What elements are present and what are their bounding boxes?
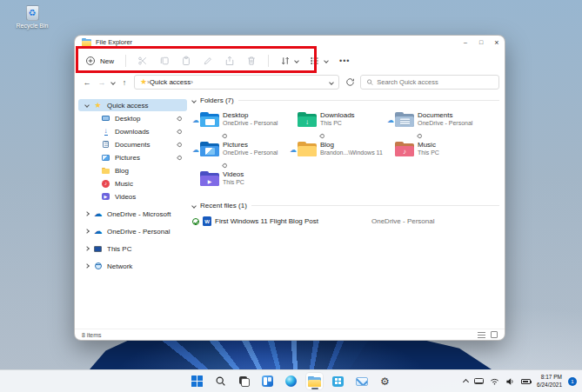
recycle-bin-icon xyxy=(26,5,39,21)
folder-tile-downloads[interactable]: DownloadsThis PC xyxy=(290,110,387,136)
search-icon xyxy=(366,78,373,86)
recent-file-row[interactable]: W First Windows 11 Flight Blog Post OneD… xyxy=(192,216,499,226)
task-view-button[interactable] xyxy=(236,373,252,389)
chevron-down-icon[interactable] xyxy=(191,203,197,209)
paste-button[interactable] xyxy=(181,56,191,66)
network-icon xyxy=(95,262,102,269)
sidebar-item-this-pc[interactable]: This PC xyxy=(78,243,187,255)
section-header-recent-files[interactable]: Recent files (1) xyxy=(192,202,499,209)
chevron-right-icon[interactable] xyxy=(84,246,90,251)
start-button[interactable] xyxy=(189,373,205,389)
forward-button[interactable]: → xyxy=(97,78,107,87)
onedrive-status-cloud-icon: ☁ xyxy=(192,117,200,124)
chevron-right-icon[interactable] xyxy=(84,211,90,216)
sync-status-icon xyxy=(192,218,199,225)
clock[interactable]: 8:17 PM 6/24/2021 xyxy=(537,374,562,389)
file-explorer-button[interactable] xyxy=(306,373,323,389)
address-dropdown-chevron[interactable] xyxy=(329,80,334,85)
microsoft-store-button[interactable] xyxy=(330,373,346,389)
sidebar-item-pictures[interactable]: Pictures xyxy=(78,151,187,163)
touch-keyboard-icon[interactable] xyxy=(474,378,484,384)
divider xyxy=(238,100,499,101)
folder-tile-videos[interactable]: VideosThis PC xyxy=(192,169,290,195)
wifi-icon[interactable] xyxy=(490,377,499,386)
this-pc-icon xyxy=(94,246,102,252)
cut-button[interactable] xyxy=(137,56,148,66)
recycle-bin[interactable]: Recycle Bin xyxy=(10,5,54,29)
details-view-toggle[interactable] xyxy=(478,332,485,338)
large-icons-view-toggle[interactable] xyxy=(491,331,498,338)
breadcrumb[interactable]: ★ › Quick access › xyxy=(134,75,339,90)
folder-icon xyxy=(200,142,219,156)
chevron-right-icon[interactable] xyxy=(84,229,90,234)
see-more-button[interactable]: ••• xyxy=(339,56,350,65)
sidebar-item-music[interactable]: ♪Music xyxy=(78,177,187,189)
recent-locations-chevron[interactable] xyxy=(110,80,116,85)
onedrive-status-cloud-icon: ☁ xyxy=(387,117,395,124)
title-bar[interactable]: File Explorer – □ × xyxy=(75,36,505,49)
search-box[interactable] xyxy=(360,75,499,90)
section-header-folders[interactable]: Folders (7) xyxy=(192,96,499,104)
scissors-icon xyxy=(137,56,148,66)
new-button-label: New xyxy=(100,57,114,65)
sidebar-item-onedrive-personal[interactable]: ☁OneDrive - Personal xyxy=(78,225,187,237)
window-title: File Explorer xyxy=(96,38,132,46)
chevron-down-icon[interactable] xyxy=(84,103,90,108)
battery-icon[interactable] xyxy=(521,379,531,384)
hidden-icons-chevron[interactable] xyxy=(463,379,469,385)
pin-icon xyxy=(319,133,325,139)
folder-tile-blog[interactable]: ☁ BlogBrandon...\Windows 11 xyxy=(290,139,387,165)
edge-button[interactable] xyxy=(283,373,299,389)
copy-button[interactable] xyxy=(159,56,170,66)
sidebar-item-blog[interactable]: Blog xyxy=(78,164,187,176)
list-view-icon xyxy=(310,56,320,66)
delete-button[interactable] xyxy=(246,56,257,66)
sidebar-item-videos[interactable]: ▶Videos xyxy=(78,190,187,203)
taskbar-search-button[interactable] xyxy=(212,373,229,389)
settings-button[interactable]: ⚙ xyxy=(377,373,393,389)
maximize-button[interactable]: □ xyxy=(473,36,489,49)
breadcrumb-item[interactable]: Quick access xyxy=(150,78,191,86)
rename-button[interactable] xyxy=(203,56,213,66)
volume-icon[interactable] xyxy=(505,377,515,386)
close-button[interactable]: × xyxy=(489,36,505,49)
folder-tile-pictures[interactable]: ☁ PicturesOneDrive - Personal xyxy=(192,139,290,165)
pin-icon xyxy=(222,163,228,169)
onedrive-cloud-icon: ☁ xyxy=(94,227,103,236)
onedrive-status-cloud-icon: ☁ xyxy=(290,147,298,154)
notification-badge[interactable]: 1 xyxy=(568,377,577,386)
up-button[interactable]: ↑ xyxy=(119,78,130,87)
folder-icon xyxy=(102,168,110,174)
pin-icon xyxy=(177,154,183,160)
refresh-button[interactable] xyxy=(344,77,356,87)
folder-icon xyxy=(82,38,91,46)
sort-button[interactable] xyxy=(280,56,298,66)
sidebar-item-documents[interactable]: Documents xyxy=(78,138,187,150)
folder-tile-documents[interactable]: ☁ DocumentsOneDrive - Personal xyxy=(387,110,485,136)
sidebar-item-onedrive-microsoft[interactable]: ☁OneDrive - Microsoft xyxy=(78,208,187,220)
sidebar-item-desktop[interactable]: Desktop xyxy=(78,112,187,124)
tray-time: 8:17 PM xyxy=(537,374,562,381)
folder-tile-music[interactable]: MusicThis PC xyxy=(387,139,485,165)
sidebar-item-downloads[interactable]: ↓Downloads xyxy=(78,125,187,137)
new-button[interactable]: New xyxy=(85,56,114,66)
desktop-icon xyxy=(102,116,110,121)
pin-icon xyxy=(177,128,183,134)
folder-tile-desktop[interactable]: ☁ DesktopOneDrive - Personal xyxy=(192,110,290,136)
system-tray: 8:17 PM 6/24/2021 1 xyxy=(464,370,577,392)
minimize-button[interactable]: – xyxy=(458,36,473,49)
chevron-down-icon[interactable] xyxy=(191,98,197,103)
tray-date: 6/24/2021 xyxy=(537,382,562,389)
widgets-button[interactable] xyxy=(259,373,276,389)
music-icon: ♪ xyxy=(102,180,110,188)
back-button[interactable]: ← xyxy=(82,78,92,87)
sidebar-item-network[interactable]: Network xyxy=(78,260,187,272)
share-button[interactable] xyxy=(224,56,235,66)
sidebar-item-quick-access[interactable]: ★Quick access xyxy=(78,99,187,111)
search-input[interactable] xyxy=(377,78,493,86)
view-button[interactable] xyxy=(310,56,328,66)
status-bar: 8 items xyxy=(75,329,505,340)
mail-button[interactable] xyxy=(353,373,370,389)
chevron-right-icon[interactable] xyxy=(84,263,90,269)
edge-icon xyxy=(285,375,297,387)
